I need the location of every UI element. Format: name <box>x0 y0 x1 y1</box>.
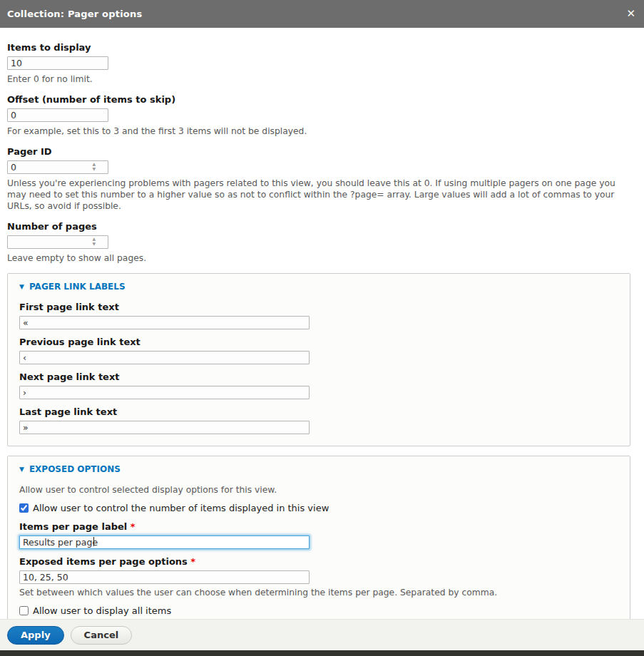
items-to-display-description: Enter 0 for no limit. <box>7 73 635 85</box>
display-all-checkbox[interactable] <box>19 606 29 615</box>
spinner-up-icon[interactable]: ▲ <box>92 161 96 166</box>
control-items-checkbox-label: Allow user to control the number of item… <box>33 503 329 513</box>
collapse-triangle-icon: ▼ <box>19 466 24 473</box>
last-page-link-label: Last page link text <box>19 406 618 417</box>
first-page-link-input[interactable] <box>19 316 310 329</box>
spinner-down-icon[interactable]: ▼ <box>92 166 96 171</box>
pager-id-description: Unless you're experiencing problems with… <box>7 178 635 212</box>
field-exposed-items-per-page-options: Exposed items per page options * Set bet… <box>19 556 618 598</box>
display-all-checkbox-row: Allow user to display all items <box>19 605 618 616</box>
button-pane: Apply Cancel <box>0 619 644 650</box>
required-marker: * <box>131 521 136 532</box>
modal-body: Items to display Enter 0 for no limit. O… <box>0 28 644 656</box>
number-spinner-icon[interactable]: ▲ ▼ <box>92 236 96 246</box>
pager-id-label: Pager ID <box>7 146 637 157</box>
next-page-link-input[interactable] <box>19 386 310 399</box>
next-page-link-label: Next page link text <box>19 371 618 382</box>
pager-link-labels-legend-text: PAGER LINK LABELS <box>29 282 126 292</box>
display-all-checkbox-label: Allow user to display all items <box>33 605 171 616</box>
field-items-per-page-label: Items per page label * <box>19 521 618 549</box>
number-spinner-icon[interactable]: ▲ ▼ <box>92 161 96 171</box>
exposed-items-options-input[interactable] <box>19 570 310 584</box>
last-page-link-input[interactable] <box>19 421 310 434</box>
items-to-display-input[interactable] <box>7 56 108 70</box>
field-last-page-link-text: Last page link text <box>19 406 618 434</box>
offset-label: Offset (number of items to skip) <box>7 94 637 105</box>
offset-description: For example, set this to 3 and the first… <box>7 125 635 137</box>
spinner-up-icon[interactable]: ▲ <box>92 236 96 241</box>
previous-page-link-input[interactable] <box>19 351 310 364</box>
fieldset-pager-link-labels: ▼ PAGER LINK LABELS First page link text… <box>7 273 630 446</box>
control-items-checkbox-row: Allow user to control the number of item… <box>19 503 618 513</box>
text-caret <box>93 537 94 546</box>
modal-title: Collection: Pager options <box>7 9 142 19</box>
items-per-page-label-input[interactable] <box>19 535 310 549</box>
field-pager-id: Pager ID ▲ ▼ Unless you're experiencing … <box>7 146 637 212</box>
field-items-to-display: Items to display Enter 0 for no limit. <box>7 42 637 85</box>
number-of-pages-label: Number of pages <box>7 221 637 232</box>
field-next-page-link-text: Next page link text <box>19 371 618 399</box>
number-of-pages-description: Leave empty to show all pages. <box>7 252 635 264</box>
required-marker: * <box>190 556 195 567</box>
exposed-options-legend[interactable]: ▼ EXPOSED OPTIONS <box>19 464 618 474</box>
field-previous-page-link-text: Previous page link text <box>19 337 618 364</box>
first-page-link-label: First page link text <box>19 302 618 312</box>
previous-page-link-label: Previous page link text <box>19 337 618 347</box>
page-background-strip <box>0 650 644 656</box>
exposed-items-options-description: Set between which values the user can ch… <box>19 587 618 598</box>
field-offset: Offset (number of items to skip) For exa… <box>7 94 637 137</box>
items-to-display-label: Items to display <box>7 42 637 53</box>
offset-input[interactable] <box>7 108 108 122</box>
control-items-checkbox[interactable] <box>19 503 29 513</box>
close-icon[interactable]: ✕ <box>626 9 635 19</box>
items-per-page-label-text: Items per page label <box>19 521 127 532</box>
field-first-page-link-text: First page link text <box>19 302 618 329</box>
items-per-page-label-label: Items per page label * <box>19 521 618 532</box>
exposed-options-legend-text: EXPOSED OPTIONS <box>29 464 121 474</box>
modal-header: Collection: Pager options ✕ <box>0 0 644 28</box>
cancel-button[interactable]: Cancel <box>71 626 133 645</box>
spinner-down-icon[interactable]: ▼ <box>92 241 96 246</box>
collapse-triangle-icon: ▼ <box>19 284 24 290</box>
exposed-options-description: Allow user to control selected display o… <box>19 484 618 496</box>
field-number-of-pages: Number of pages ▲ ▼ Leave empty to show … <box>7 221 637 264</box>
apply-button[interactable]: Apply <box>7 626 64 645</box>
pager-link-labels-legend[interactable]: ▼ PAGER LINK LABELS <box>19 282 618 292</box>
exposed-items-options-label: Exposed items per page options * <box>19 556 618 567</box>
exposed-items-options-label-text: Exposed items per page options <box>19 556 188 567</box>
